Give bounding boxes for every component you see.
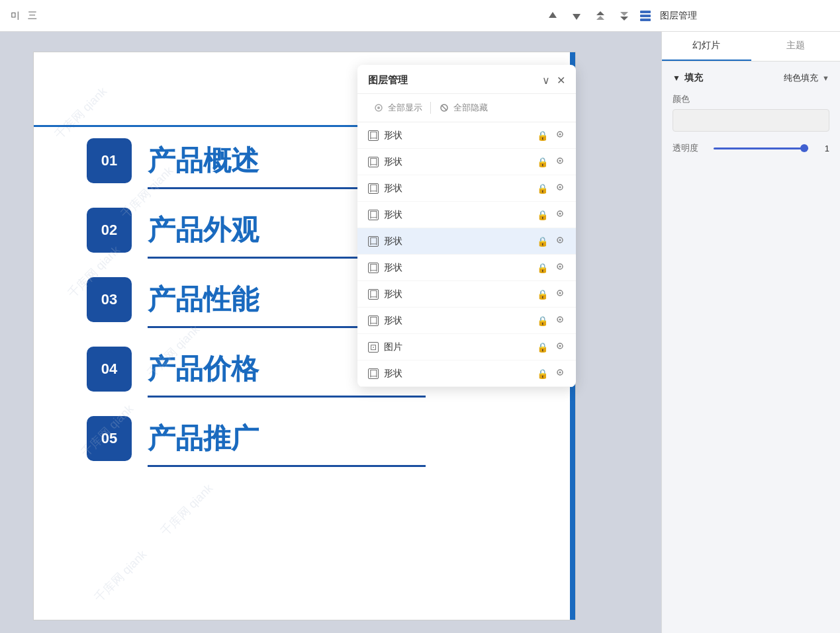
layer-item-1-type-icon: 囗 xyxy=(368,130,379,141)
svg-point-30 xyxy=(559,345,561,347)
layer-item-9[interactable]: ⊡ 图片 🔒 xyxy=(357,334,576,360)
svg-rect-6 xyxy=(640,11,651,13)
item-number-03: 03 xyxy=(87,277,132,322)
item-title-02: 产品外观 xyxy=(148,212,259,249)
layer-panel-close-icon[interactable]: ✕ xyxy=(557,74,565,87)
layer-item-10-lock-icon[interactable]: 🔒 xyxy=(537,368,548,379)
layer-item-5-type-icon: 囗 xyxy=(368,236,379,247)
item-underline-04 xyxy=(148,396,426,398)
fill-dropdown-icon[interactable]: ▼ xyxy=(822,74,829,82)
layer-manage-icon[interactable] xyxy=(639,9,652,22)
opacity-slider-thumb[interactable] xyxy=(800,144,808,152)
layer-item-3-actions: 🔒 xyxy=(537,182,565,194)
layer-item-8-eye-icon[interactable] xyxy=(555,314,565,327)
layer-item-7-name: 形状 xyxy=(384,288,537,300)
layer-panel-title: 图层管理 xyxy=(368,74,408,87)
color-label: 颜色 xyxy=(673,93,829,105)
layer-item-6-eye-icon[interactable] xyxy=(555,261,565,274)
layer-panel-controls: ∨ ✕ xyxy=(542,74,565,87)
tab-theme[interactable]: 主题 xyxy=(751,32,841,61)
layer-item-2[interactable]: 囗 形状 🔒 xyxy=(357,149,576,175)
layer-item-9-eye-icon[interactable] xyxy=(555,341,565,353)
right-panel-content: ▼ 填充 纯色填充 ▼ 颜色 透明度 xyxy=(662,62,840,633)
layer-item-4-actions: 🔒 xyxy=(537,208,565,221)
layer-item-8-lock-icon[interactable]: 🔒 xyxy=(537,316,548,326)
main-area: 千库网 qiank 千库网 qiank 千库网 qiank 千库网 qiank … xyxy=(0,32,840,633)
layer-item-2-lock-icon[interactable]: 🔒 xyxy=(537,157,548,167)
svg-line-12 xyxy=(442,105,447,110)
layer-item-4[interactable]: 囗 形状 🔒 xyxy=(357,202,576,228)
layer-item-2-name: 形状 xyxy=(384,156,537,168)
hide-all-button[interactable]: 全部隐藏 xyxy=(434,99,493,116)
layer-item-9-type-icon: ⊡ xyxy=(368,342,379,353)
layer-item-3[interactable]: 囗 形状 🔒 xyxy=(357,175,576,202)
show-all-button[interactable]: 全部显示 xyxy=(368,99,428,116)
layer-item-2-eye-icon[interactable] xyxy=(555,155,565,168)
move-to-top-icon[interactable] xyxy=(591,7,610,25)
layer-item-10-type-icon: 囗 xyxy=(368,368,379,379)
layer-item-4-lock-icon[interactable]: 🔒 xyxy=(537,210,548,220)
fill-collapse-icon: ▼ xyxy=(673,73,680,83)
layer-item-7-eye-icon[interactable] xyxy=(555,288,565,300)
layer-item-9-lock-icon[interactable]: 🔒 xyxy=(537,342,548,353)
move-to-bottom-icon[interactable] xyxy=(615,7,633,25)
opacity-label: 透明度 xyxy=(673,142,706,154)
svg-point-32 xyxy=(559,372,561,374)
layer-item-7-type-icon: 囗 xyxy=(368,289,379,300)
item-underline-05 xyxy=(148,465,426,467)
svg-point-22 xyxy=(559,239,561,241)
svg-point-28 xyxy=(559,319,561,321)
layer-item-5-lock-icon[interactable]: 🔒 xyxy=(537,236,548,247)
tab-slide[interactable]: 幻灯片 xyxy=(662,32,751,61)
fill-section-toggle[interactable]: ▼ 填充 xyxy=(673,72,703,84)
color-swatch-input[interactable] xyxy=(673,109,829,132)
color-field: 颜色 xyxy=(673,93,829,132)
svg-marker-5 xyxy=(620,12,628,16)
layer-item-1-name: 形状 xyxy=(384,130,537,142)
layer-item-4-type-icon: 囗 xyxy=(368,210,379,220)
top-line xyxy=(34,125,404,127)
layer-panel-actions: 全部显示 全部隐藏 xyxy=(357,94,576,122)
layer-item-10-eye-icon[interactable] xyxy=(555,367,565,380)
layer-item-5-actions: 🔒 xyxy=(537,235,565,247)
layer-item-6-lock-icon[interactable]: 🔒 xyxy=(537,263,548,273)
layer-item-1[interactable]: 囗 形状 🔒 xyxy=(357,122,576,149)
layer-item-3-lock-icon[interactable]: 🔒 xyxy=(537,183,548,194)
layer-item-3-type-icon: 囗 xyxy=(368,183,379,194)
layer-list: 囗 形状 🔒 囗 形状 🔒 xyxy=(357,122,576,387)
layer-manage-label: 图层管理 xyxy=(660,10,697,22)
move-up-icon[interactable] xyxy=(543,7,562,25)
svg-rect-8 xyxy=(640,19,651,21)
move-down-icon[interactable] xyxy=(567,7,586,25)
layer-item-7-actions: 🔒 xyxy=(537,288,565,300)
fill-value: 纯色填充 xyxy=(784,72,818,84)
svg-point-20 xyxy=(559,213,561,215)
layer-item-5[interactable]: 囗 形状 🔒 xyxy=(357,228,576,255)
layer-item-6-name: 形状 xyxy=(384,262,537,274)
layer-item-7[interactable]: 囗 形状 🔒 xyxy=(357,281,576,308)
layer-item-4-name: 形状 xyxy=(384,209,537,221)
toolbar: 미 三 xyxy=(0,0,840,32)
svg-point-18 xyxy=(559,187,561,189)
svg-point-26 xyxy=(559,292,561,294)
item-number-02: 02 xyxy=(87,208,132,253)
layer-item-10[interactable]: 囗 形状 🔒 xyxy=(357,360,576,387)
layer-item-3-eye-icon[interactable] xyxy=(555,182,565,194)
svg-point-16 xyxy=(559,160,561,162)
layer-item-7-lock-icon[interactable]: 🔒 xyxy=(537,289,548,300)
layer-item-5-eye-icon[interactable] xyxy=(555,235,565,247)
item-number-01: 01 xyxy=(87,138,132,183)
opacity-slider-track[interactable] xyxy=(714,148,808,149)
layer-item-8-name: 形状 xyxy=(384,315,537,327)
layer-item-1-eye-icon[interactable] xyxy=(555,129,565,142)
layer-item-4-eye-icon[interactable] xyxy=(555,208,565,221)
layer-item-6[interactable]: 囗 形状 🔒 xyxy=(357,255,576,281)
layer-item-3-name: 形状 xyxy=(384,183,537,194)
opacity-value: 1 xyxy=(816,144,829,153)
item-number-05: 05 xyxy=(87,416,132,461)
toolbar-label-mi: 미 xyxy=(11,10,20,22)
layer-item-8[interactable]: 囗 形状 🔒 xyxy=(357,308,576,334)
layer-item-1-lock-icon[interactable]: 🔒 xyxy=(537,130,548,141)
layer-panel-header: 图层管理 ∨ ✕ xyxy=(357,65,576,94)
layer-panel-collapse-icon[interactable]: ∨ xyxy=(542,74,550,87)
